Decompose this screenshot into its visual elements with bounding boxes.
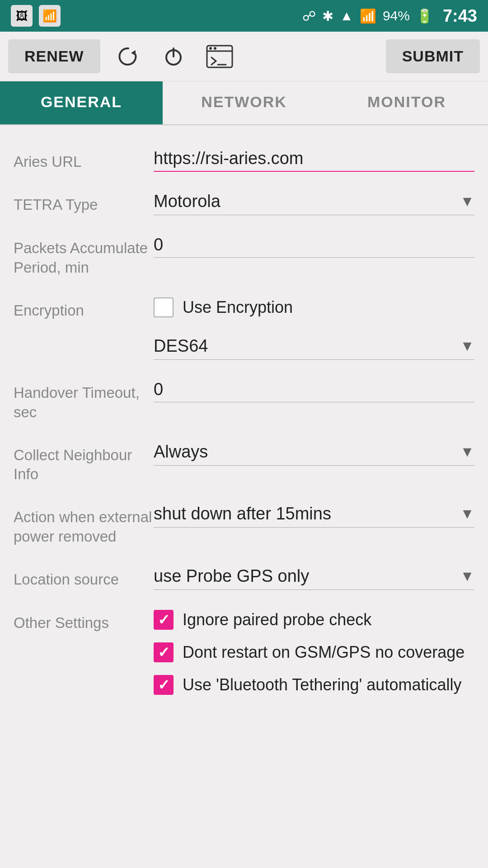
location-source-arrow: ▼: [460, 568, 474, 585]
svg-line-7: [211, 57, 216, 61]
cipher-arrow: ▼: [460, 338, 474, 354]
collect-neighbour-value: Always ▼: [154, 442, 474, 466]
renew-button[interactable]: RENEW: [8, 39, 100, 73]
packets-row: Packets Accumulate Period, min: [0, 225, 488, 288]
ignore-probe-row: Ignore paired probe check: [154, 610, 474, 630]
tab-general[interactable]: GENERAL: [0, 81, 163, 124]
action-external-row: Action when external power removed shut …: [0, 494, 488, 557]
use-encryption-checkbox[interactable]: [154, 297, 174, 317]
status-left-icons: 🖼 📶: [11, 5, 61, 27]
toolbar: RENEW SUBMIT: [0, 32, 488, 81]
power-button[interactable]: [156, 44, 191, 69]
packets-label: Packets Accumulate Period, min: [14, 235, 154, 278]
bluetooth-icon: 📶: [39, 5, 61, 27]
image-icon: 🖼: [11, 5, 33, 27]
location-source-row: Location source use Probe GPS only ▼: [0, 557, 488, 600]
handover-row: Handover Timeout, sec: [0, 370, 488, 432]
tab-monitor[interactable]: MONITOR: [325, 81, 488, 124]
aries-url-row: Aries URL: [0, 139, 488, 182]
use-encryption-row: Use Encryption: [154, 297, 474, 317]
no-restart-checkbox[interactable]: [154, 642, 174, 662]
aries-url-label: Aries URL: [14, 149, 154, 172]
power-icon: [161, 44, 186, 69]
bluetooth2-icon: ✱: [322, 8, 333, 24]
collect-neighbour-row: Collect Neighbour Info Always ▼: [0, 432, 488, 495]
terminal-icon: [206, 45, 233, 68]
other-settings-row: Other Settings Ignore paired probe check…: [0, 600, 488, 709]
location-source-dropdown[interactable]: use Probe GPS only ▼: [154, 566, 474, 590]
tetra-type-row: TETRA Type Motorola ▼: [0, 182, 488, 225]
svg-marker-0: [131, 50, 136, 56]
tabs: GENERAL NETWORK MONITOR: [0, 81, 488, 125]
location-source-selected: use Probe GPS only: [154, 566, 309, 586]
content-area: Aries URL TETRA Type Motorola ▼ Packets …: [0, 125, 488, 723]
use-encryption-label: Use Encryption: [183, 298, 293, 317]
clock: 7:43: [443, 6, 477, 26]
action-external-dropdown[interactable]: shut down after 15mins ▼: [154, 504, 474, 528]
collect-neighbour-arrow: ▼: [460, 443, 474, 460]
tetra-type-value: Motorola ▼: [154, 192, 474, 215]
encryption-label: Encryption: [14, 297, 154, 321]
action-external-label: Action when external power removed: [14, 504, 154, 547]
battery-icon: 🔋: [416, 8, 433, 24]
cipher-row: DES64 ▼: [0, 332, 488, 370]
no-restart-row: Dont restart on GSM/GPS no coverage: [154, 642, 474, 662]
tetra-type-selected: Motorola: [154, 192, 221, 211]
status-right-icons: ☍ ✱ ▲ 📶 94% 🔋 7:43: [302, 6, 477, 26]
ignore-probe-label: Ignore paired probe check: [183, 610, 371, 629]
reload-button[interactable]: [111, 44, 145, 69]
battery-text: 94%: [383, 8, 410, 24]
handover-value: [154, 380, 474, 402]
svg-point-6: [214, 47, 216, 50]
svg-point-5: [209, 47, 212, 50]
encryption-value: Use Encryption: [154, 297, 474, 322]
packets-value: [154, 235, 474, 258]
other-settings-value: Ignore paired probe check Dont restart o…: [154, 610, 474, 699]
signal-icon: 📶: [360, 8, 376, 24]
collect-neighbour-label: Collect Neighbour Info: [14, 442, 154, 485]
tetra-type-label: TETRA Type: [14, 192, 154, 215]
action-external-value: shut down after 15mins ▼: [154, 504, 474, 528]
location-icon: ☍: [302, 8, 316, 24]
tetra-type-arrow: ▼: [460, 193, 474, 210]
no-restart-label: Dont restart on GSM/GPS no coverage: [183, 643, 465, 662]
cipher-dropdown[interactable]: DES64 ▼: [154, 336, 474, 360]
status-bar: 🖼 📶 ☍ ✱ ▲ 📶 94% 🔋 7:43: [0, 0, 488, 32]
cipher-selected: DES64: [154, 336, 208, 356]
reload-icon: [116, 44, 141, 69]
location-source-value: use Probe GPS only ▼: [154, 566, 474, 590]
tab-network[interactable]: NETWORK: [163, 81, 325, 124]
aries-url-value: [154, 149, 474, 172]
location-source-label: Location source: [14, 566, 154, 590]
action-external-selected: shut down after 15mins: [154, 504, 331, 524]
tetra-type-dropdown[interactable]: Motorola ▼: [154, 192, 474, 215]
aries-url-input[interactable]: [154, 149, 474, 172]
bluetooth-tether-row: Use 'Bluetooth Tethering' automatically: [154, 675, 474, 695]
terminal-button[interactable]: [202, 45, 238, 68]
encryption-row: Encryption Use Encryption: [0, 288, 488, 332]
bluetooth-tether-checkbox[interactable]: [154, 675, 174, 695]
packets-input[interactable]: [154, 235, 474, 258]
handover-label: Handover Timeout, sec: [14, 380, 154, 422]
svg-line-8: [211, 61, 216, 65]
action-external-arrow: ▼: [460, 505, 474, 522]
submit-button[interactable]: SUBMIT: [386, 39, 480, 73]
collect-neighbour-selected: Always: [154, 442, 208, 462]
collect-neighbour-dropdown[interactable]: Always ▼: [154, 442, 474, 466]
ignore-probe-checkbox[interactable]: [154, 610, 174, 630]
bluetooth-tether-label: Use 'Bluetooth Tethering' automatically: [183, 675, 461, 694]
other-settings-label: Other Settings: [14, 610, 154, 633]
handover-input[interactable]: [154, 380, 474, 402]
wifi-icon: ▲: [340, 8, 353, 24]
